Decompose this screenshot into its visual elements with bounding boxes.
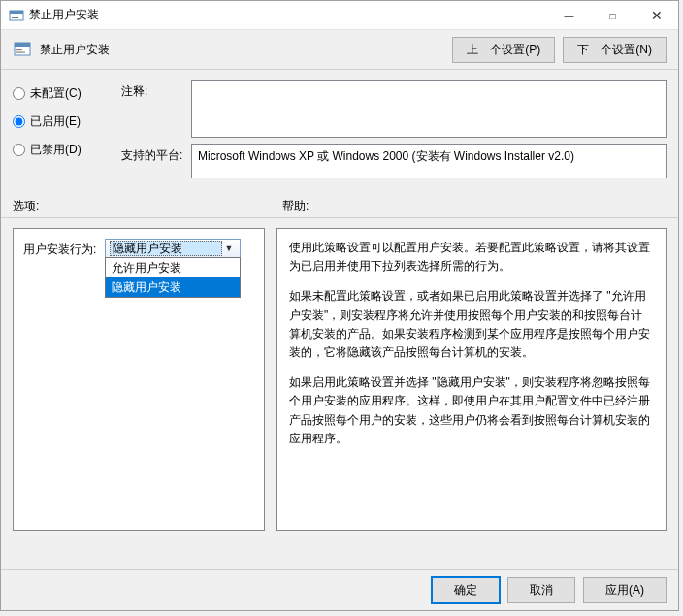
window-title: 禁止用户安装 <box>29 7 547 23</box>
close-button[interactable]: ✕ <box>634 1 678 30</box>
window-controls: — □ ✕ <box>547 1 678 29</box>
app-icon <box>9 8 24 23</box>
state-radios: 未配置(C) 已启用(E) 已禁用(D) <box>13 80 121 184</box>
previous-setting-button[interactable]: 上一个设置(P) <box>452 37 555 63</box>
svg-rect-5 <box>15 43 30 47</box>
disabled-radio[interactable] <box>13 144 25 156</box>
header-row: 禁止用户安装 上一个设置(P) 下一个设置(N) <box>1 30 678 69</box>
svg-rect-3 <box>12 17 18 18</box>
options-section-label: 选项: <box>13 198 282 215</box>
options-panel: 用户安装行为: 隐藏用户安装 ▼ 允许用户安装 隐藏用户安装 <box>13 228 265 531</box>
dropdown-item-allow[interactable]: 允许用户安装 <box>106 258 240 277</box>
help-paragraph: 使用此策略设置可以配置用户安装。若要配置此策略设置，请将其设置为已启用并使用下拉… <box>289 239 654 276</box>
ok-button[interactable]: 确定 <box>432 577 500 603</box>
not-configured-label[interactable]: 未配置(C) <box>30 85 81 102</box>
cancel-button[interactable]: 取消 <box>507 577 575 603</box>
apply-button[interactable]: 应用(A) <box>583 577 667 603</box>
settings-dialog: 禁止用户安装 — □ ✕ 禁止用户安装 上一个设置(P) 下一个设置(N) 未配… <box>0 0 679 611</box>
comment-label: 注释: <box>121 80 191 138</box>
titlebar: 禁止用户安装 — □ ✕ <box>1 1 678 30</box>
chevron-down-icon: ▼ <box>222 243 236 253</box>
svg-rect-6 <box>16 49 22 50</box>
not-configured-radio[interactable] <box>13 87 25 100</box>
help-section-label: 帮助: <box>282 198 667 215</box>
svg-rect-7 <box>16 52 25 53</box>
platform-label: 支持的平台: <box>121 144 191 178</box>
help-paragraph: 如果启用此策略设置并选择 "隐藏用户安装"，则安装程序将忽略按照每个用户安装的应… <box>289 373 654 448</box>
platform-box: Microsoft Windows XP 或 Windows 2000 (安装有… <box>191 144 667 178</box>
comment-textarea[interactable] <box>191 80 667 138</box>
minimize-button[interactable]: — <box>547 1 591 30</box>
svg-rect-1 <box>10 11 23 14</box>
behavior-label: 用户安装行为: <box>23 239 105 258</box>
behavior-dropdown: 允许用户安装 隐藏用户安装 <box>105 257 241 298</box>
lower-panels: 用户安装行为: 隐藏用户安装 ▼ 允许用户安装 隐藏用户安装 使用此策略设置可以… <box>1 218 678 535</box>
dialog-footer: 确定 取消 应用(A) <box>1 569 678 610</box>
help-panel: 使用此策略设置可以配置用户安装。若要配置此策略设置，请将其设置为已启用并使用下拉… <box>276 228 667 531</box>
behavior-combobox[interactable]: 隐藏用户安装 ▼ <box>105 239 241 258</box>
behavior-selected: 隐藏用户安装 <box>110 241 222 256</box>
next-setting-button[interactable]: 下一个设置(N) <box>563 37 667 63</box>
config-area: 未配置(C) 已启用(E) 已禁用(D) 注释: 支持的平台: Microsof… <box>1 74 678 188</box>
policy-icon <box>13 40 32 59</box>
svg-rect-2 <box>12 16 16 16</box>
section-labels: 选项: 帮助: <box>1 188 678 215</box>
policy-title: 禁止用户安装 <box>40 42 444 58</box>
enabled-radio[interactable] <box>13 115 25 128</box>
maximize-button[interactable]: □ <box>591 1 634 30</box>
divider <box>1 69 678 70</box>
disabled-label[interactable]: 已禁用(D) <box>30 142 81 158</box>
enabled-label[interactable]: 已启用(E) <box>30 113 81 130</box>
help-paragraph: 如果未配置此策略设置，或者如果已启用此策略设置并选择了 "允许用户安装"，则安装… <box>289 287 654 362</box>
dropdown-item-hide[interactable]: 隐藏用户安装 <box>106 277 240 297</box>
